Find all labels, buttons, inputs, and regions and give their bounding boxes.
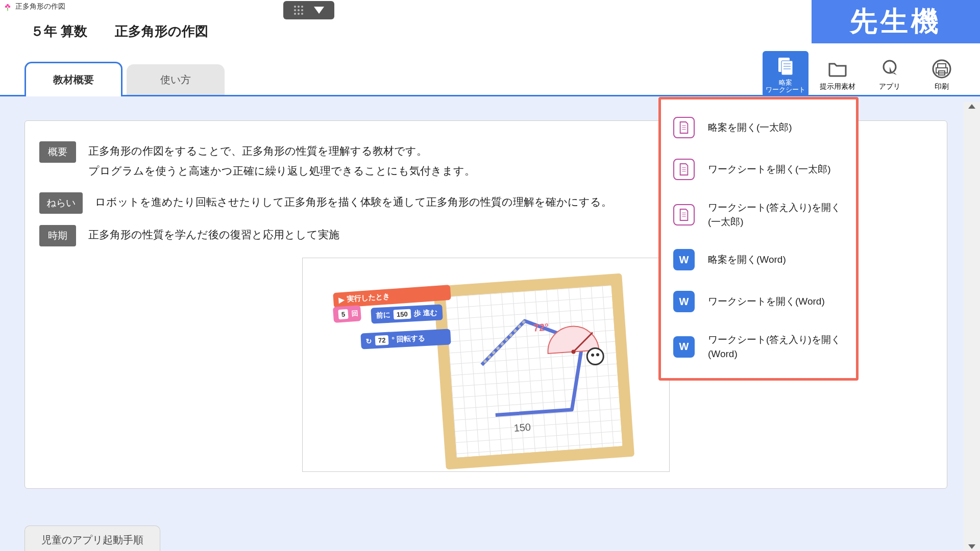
- worksheet-menu: 略案を開く(一太郎) ワークシートを開く(一太郎) ワークシート(答え入り)を開…: [658, 97, 859, 381]
- printer-icon: [930, 58, 953, 80]
- document-stack-icon: [774, 55, 797, 77]
- robot-icon: [585, 346, 606, 367]
- ichitaro-icon: [673, 117, 695, 138]
- block-forward: 前に150歩 進む: [371, 304, 443, 323]
- menu-open-plan-ichitaro[interactable]: 略案を開く(一太郎): [661, 107, 856, 148]
- toolbar-materials-label: 提示用素材: [820, 82, 855, 91]
- tab-overview[interactable]: 教材概要: [24, 62, 122, 96]
- bottom-section-header[interactable]: 児童のアプリ起動手順: [24, 525, 160, 551]
- ichitaro-icon: [673, 204, 695, 226]
- toolbar: 略案 ワークシート 提示用素材 アプリ 印刷: [763, 51, 965, 97]
- toolbar-plan-button[interactable]: 略案 ワークシート: [763, 51, 808, 97]
- window-title: 正多角形の作図: [15, 2, 65, 11]
- summary-tag: 概要: [39, 141, 76, 163]
- menu-open-worksheet-ans-word[interactable]: W ワークシート(答え入り)を開く(Word): [661, 322, 856, 371]
- vertical-scrollbar[interactable]: [964, 102, 980, 551]
- illustration: 72° 150 ▶ 実行したとき 5回 前に150歩 進む ↻ 72° 回転する: [302, 258, 670, 472]
- folder-icon: [826, 58, 849, 80]
- svg-point-1: [5, 6, 8, 8]
- grid-dropdown-button[interactable]: [283, 1, 334, 19]
- block-rotate: ↻ 72° 回転する: [360, 329, 451, 349]
- toolbar-print-label: 印刷: [935, 82, 949, 91]
- block-repeat: 5回: [333, 305, 361, 323]
- pointer-icon: [878, 58, 901, 80]
- code-blocks: ▶ 実行したとき 5回 前に150歩 進む ↻ 72° 回転する: [333, 289, 451, 349]
- svg-point-2: [8, 6, 11, 8]
- word-icon: W: [673, 336, 695, 358]
- breadcrumb: ５年 算数 正多角形の作図: [31, 22, 208, 40]
- toolbar-materials-button[interactable]: 提示用素材: [815, 51, 861, 97]
- svg-rect-4: [7, 8, 8, 11]
- menu-open-plan-word[interactable]: W 略案を開く(Word): [661, 239, 856, 281]
- timing-text: 正多角形の性質を学んだ後の復習と応用として実施: [88, 225, 339, 245]
- tab-underline: [0, 95, 980, 96]
- menu-open-worksheet-ichitaro[interactable]: ワークシートを開く(一太郎): [661, 148, 856, 190]
- toolbar-print-button[interactable]: 印刷: [919, 51, 965, 97]
- toolbar-plan-label: 略案 ワークシート: [766, 79, 805, 94]
- menu-open-worksheet-word[interactable]: W ワークシートを開く(Word): [661, 281, 856, 322]
- scroll-up-icon[interactable]: [968, 104, 975, 109]
- chevron-down-icon: [314, 7, 324, 14]
- aim-tag: ねらい: [39, 192, 83, 214]
- menu-open-worksheet-ans-ichitaro[interactable]: ワークシート(答え入り)を開く(一太郎): [661, 190, 856, 239]
- aim-text: ロボットを進めたり回転させたりして正多角形を描く体験を通して正多角形の性質の理解…: [95, 192, 612, 212]
- toolbar-apps-label: アプリ: [879, 82, 900, 91]
- tab-usage[interactable]: 使い方: [127, 64, 225, 95]
- tab-row: 教材概要 使い方: [24, 60, 225, 95]
- ichitaro-icon: [673, 159, 695, 180]
- word-icon: W: [673, 291, 695, 312]
- breadcrumb-grade: ５年 算数: [31, 22, 87, 40]
- breadcrumb-unit: 正多角形の作図: [115, 22, 208, 40]
- svg-rect-12: [938, 64, 946, 68]
- svg-rect-6: [781, 61, 793, 75]
- word-icon: W: [673, 249, 695, 270]
- toolbar-apps-button[interactable]: アプリ: [867, 51, 913, 97]
- flower-icon: [3, 2, 12, 11]
- summary-text: 正多角形の作図をすることで、正多角形の性質を理解する教材です。 プログラムを使う…: [88, 141, 475, 181]
- grid-icon: [294, 6, 303, 15]
- svg-point-16: [586, 347, 604, 365]
- timing-tag: 時期: [39, 225, 76, 246]
- scroll-down-icon[interactable]: [968, 544, 975, 549]
- length-label: 150: [513, 421, 531, 434]
